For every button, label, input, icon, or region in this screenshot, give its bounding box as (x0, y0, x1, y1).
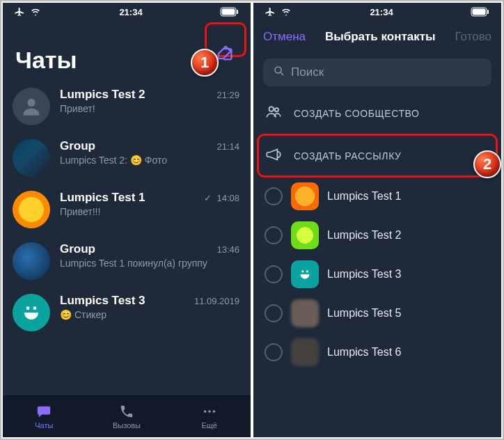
statusbar: 21:34 (3, 3, 251, 21)
chat-row[interactable]: Lumpics Test 1 ✓ 14:08 Привет!!! (3, 184, 251, 235)
chat-name: Lumpics Test 1 (60, 191, 145, 205)
tab-label: Ещё (201, 421, 217, 430)
contact-name: Lumpics Test 6 (327, 346, 401, 359)
search-placeholder: Поиск (291, 65, 324, 79)
battery-icon (471, 7, 490, 17)
contact-row[interactable]: Lumpics Test 5 (253, 294, 501, 333)
radio-unchecked-icon[interactable] (265, 187, 283, 205)
option-label: СОЗДАТЬ СООБЩЕСТВО (294, 108, 420, 119)
chat-time: 21:14 (216, 141, 239, 152)
contact-name: Lumpics Test 1 (327, 190, 401, 203)
page-title: Чаты (15, 47, 77, 74)
chat-name: Lumpics Test 2 (60, 88, 145, 102)
svg-point-6 (212, 410, 215, 413)
radio-unchecked-icon[interactable] (265, 343, 283, 361)
statusbar: 21:34 (253, 3, 501, 21)
contact-name: Lumpics Test 5 (327, 307, 401, 320)
chat-row[interactable]: Lumpics Test 3 11.09.2019 😊 Стикер (3, 287, 251, 338)
chat-preview: 😊 Стикер (60, 309, 239, 320)
contact-name: Lumpics Test 3 (327, 268, 401, 281)
avatar (13, 242, 50, 280)
radio-unchecked-icon[interactable] (265, 304, 283, 322)
contact-name: Lumpics Test 2 (327, 229, 401, 242)
svg-rect-9 (487, 10, 489, 14)
modal-header: Отмена Выбрать контакты Готово (253, 21, 501, 53)
airplane-mode-icon (14, 6, 25, 17)
contact-row[interactable]: Lumpics Test 3 (253, 255, 501, 294)
search-input[interactable]: Поиск (263, 58, 491, 86)
create-community-option[interactable]: СОЗДАТЬ СООБЩЕСТВО (253, 92, 501, 134)
chat-name: Group (60, 139, 95, 153)
svg-rect-8 (473, 9, 486, 15)
contact-row[interactable]: Lumpics Test 2 (253, 216, 501, 255)
avatar (13, 294, 50, 331)
status-time: 21:34 (119, 7, 142, 17)
contact-row[interactable]: Lumpics Test 1 (253, 177, 501, 216)
contact-row[interactable]: Lumpics Test 6 (253, 333, 501, 372)
chat-time: ✓ 14:08 (204, 193, 239, 203)
chat-name: Group (60, 242, 95, 256)
avatar (13, 191, 50, 228)
contacts-list: Lumpics Test 1 Lumpics Test 2 Lumpics Te… (253, 177, 501, 372)
chat-row[interactable]: Lumpics Test 2 21:29 Привет! (3, 81, 251, 132)
airplane-mode-icon (265, 6, 276, 17)
radio-unchecked-icon[interactable] (265, 226, 283, 244)
svg-point-5 (208, 410, 211, 413)
modal-title: Выбрать контакты (325, 30, 436, 44)
create-broadcast-option[interactable]: СОЗДАТЬ РАССЫЛКУ (258, 134, 497, 177)
tab-label: Чаты (35, 421, 53, 430)
chat-row[interactable]: Group 13:46 Lumpics Test 1 покинул(а) гр… (3, 235, 251, 287)
tab-label: Вызовы (113, 421, 141, 430)
chat-preview: Lumpics Test 1 покинул(а) группу (60, 258, 239, 269)
tab-calls[interactable]: Вызовы (86, 396, 168, 437)
chat-time: 21:29 (216, 90, 239, 100)
svg-rect-1 (222, 9, 235, 15)
svg-point-4 (203, 410, 206, 413)
chat-time: 11.09.2019 (194, 296, 239, 306)
done-button[interactable]: Готово (455, 30, 491, 44)
svg-point-12 (269, 107, 274, 111)
chat-time: 13:46 (216, 244, 239, 255)
avatar (291, 182, 319, 210)
megaphone-icon (265, 146, 283, 166)
search-icon (273, 65, 285, 81)
chat-preview: Привет! (60, 103, 239, 114)
chat-preview: Привет!!! (60, 206, 239, 217)
avatar (291, 338, 319, 366)
callout-badge-2: 2 (473, 150, 501, 178)
tab-chats[interactable]: Чаты (3, 396, 86, 437)
chat-name: Lumpics Test 3 (60, 294, 145, 308)
avatar (291, 221, 319, 249)
avatar (291, 299, 319, 327)
cancel-button[interactable]: Отмена (263, 30, 306, 44)
option-label: СОЗДАТЬ РАССЫЛКУ (294, 150, 402, 162)
chat-list: Lumpics Test 2 21:29 Привет! Group 21:14… (3, 81, 251, 395)
status-time: 21:34 (370, 7, 393, 17)
avatar-placeholder-icon (13, 88, 50, 125)
wifi-icon (280, 7, 292, 17)
wifi-icon (29, 7, 42, 17)
svg-point-13 (275, 108, 278, 111)
radio-unchecked-icon[interactable] (265, 265, 283, 283)
tab-bar: Чаты Вызовы Ещё (3, 395, 251, 437)
chat-row[interactable]: Group 21:14 Lumpics Test 2: 😊 Фото (3, 132, 251, 184)
svg-rect-2 (237, 10, 238, 14)
avatar (291, 260, 319, 288)
avatar (13, 139, 50, 177)
chat-preview: Lumpics Test 2: 😊 Фото (60, 155, 239, 166)
battery-icon (220, 7, 239, 17)
callout-badge-1: 1 (191, 49, 219, 77)
phone-right: 21:34 Отмена Выбрать контакты Готово Пои… (253, 3, 501, 437)
community-icon (265, 103, 283, 123)
svg-point-10 (275, 67, 281, 73)
tab-more[interactable]: Ещё (168, 396, 251, 437)
svg-point-3 (27, 99, 35, 107)
svg-line-11 (281, 72, 283, 75)
